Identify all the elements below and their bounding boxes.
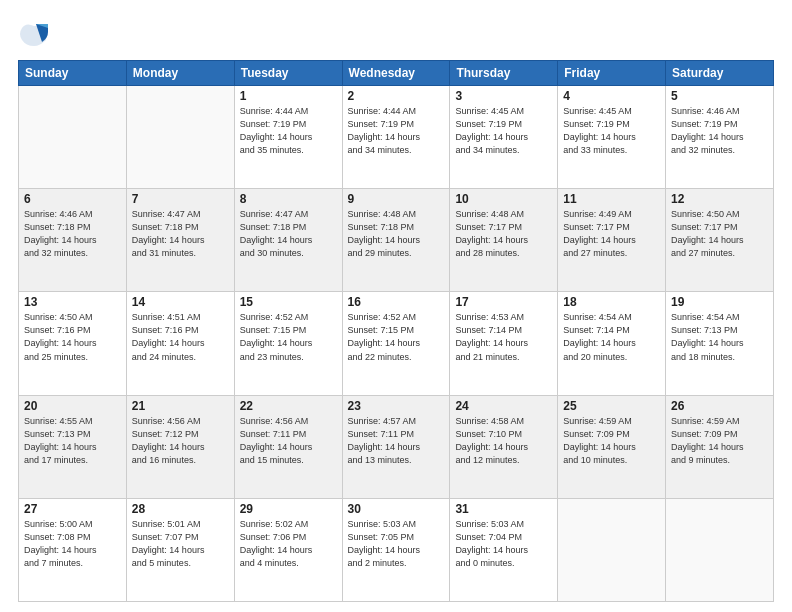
day-info: Sunrise: 4:44 AM Sunset: 7:19 PM Dayligh…	[348, 105, 445, 157]
calendar-week-2: 6Sunrise: 4:46 AM Sunset: 7:18 PM Daylig…	[19, 189, 774, 292]
col-tuesday: Tuesday	[234, 61, 342, 86]
day-info: Sunrise: 4:50 AM Sunset: 7:17 PM Dayligh…	[671, 208, 768, 260]
calendar-cell: 26Sunrise: 4:59 AM Sunset: 7:09 PM Dayli…	[666, 395, 774, 498]
col-wednesday: Wednesday	[342, 61, 450, 86]
logo	[18, 18, 54, 50]
day-info: Sunrise: 5:00 AM Sunset: 7:08 PM Dayligh…	[24, 518, 121, 570]
day-number: 31	[455, 502, 552, 516]
col-monday: Monday	[126, 61, 234, 86]
day-number: 7	[132, 192, 229, 206]
calendar-week-1: 1Sunrise: 4:44 AM Sunset: 7:19 PM Daylig…	[19, 86, 774, 189]
col-sunday: Sunday	[19, 61, 127, 86]
day-number: 18	[563, 295, 660, 309]
day-info: Sunrise: 5:03 AM Sunset: 7:05 PM Dayligh…	[348, 518, 445, 570]
calendar-cell	[666, 498, 774, 601]
day-info: Sunrise: 4:55 AM Sunset: 7:13 PM Dayligh…	[24, 415, 121, 467]
col-friday: Friday	[558, 61, 666, 86]
calendar-cell: 24Sunrise: 4:58 AM Sunset: 7:10 PM Dayli…	[450, 395, 558, 498]
day-info: Sunrise: 4:59 AM Sunset: 7:09 PM Dayligh…	[563, 415, 660, 467]
day-number: 12	[671, 192, 768, 206]
day-info: Sunrise: 4:54 AM Sunset: 7:14 PM Dayligh…	[563, 311, 660, 363]
calendar-header: Sunday Monday Tuesday Wednesday Thursday…	[19, 61, 774, 86]
calendar-cell: 2Sunrise: 4:44 AM Sunset: 7:19 PM Daylig…	[342, 86, 450, 189]
day-number: 4	[563, 89, 660, 103]
day-number: 24	[455, 399, 552, 413]
day-number: 3	[455, 89, 552, 103]
day-info: Sunrise: 4:47 AM Sunset: 7:18 PM Dayligh…	[132, 208, 229, 260]
header	[18, 18, 774, 50]
day-number: 29	[240, 502, 337, 516]
calendar-cell: 15Sunrise: 4:52 AM Sunset: 7:15 PM Dayli…	[234, 292, 342, 395]
day-info: Sunrise: 5:01 AM Sunset: 7:07 PM Dayligh…	[132, 518, 229, 570]
day-info: Sunrise: 4:51 AM Sunset: 7:16 PM Dayligh…	[132, 311, 229, 363]
day-number: 21	[132, 399, 229, 413]
day-info: Sunrise: 4:57 AM Sunset: 7:11 PM Dayligh…	[348, 415, 445, 467]
day-info: Sunrise: 4:59 AM Sunset: 7:09 PM Dayligh…	[671, 415, 768, 467]
calendar-cell: 27Sunrise: 5:00 AM Sunset: 7:08 PM Dayli…	[19, 498, 127, 601]
day-number: 14	[132, 295, 229, 309]
header-row: Sunday Monday Tuesday Wednesday Thursday…	[19, 61, 774, 86]
day-number: 9	[348, 192, 445, 206]
day-info: Sunrise: 4:49 AM Sunset: 7:17 PM Dayligh…	[563, 208, 660, 260]
day-info: Sunrise: 4:56 AM Sunset: 7:11 PM Dayligh…	[240, 415, 337, 467]
day-info: Sunrise: 4:48 AM Sunset: 7:17 PM Dayligh…	[455, 208, 552, 260]
calendar-cell: 13Sunrise: 4:50 AM Sunset: 7:16 PM Dayli…	[19, 292, 127, 395]
day-number: 5	[671, 89, 768, 103]
day-info: Sunrise: 4:47 AM Sunset: 7:18 PM Dayligh…	[240, 208, 337, 260]
calendar-cell: 4Sunrise: 4:45 AM Sunset: 7:19 PM Daylig…	[558, 86, 666, 189]
calendar-week-3: 13Sunrise: 4:50 AM Sunset: 7:16 PM Dayli…	[19, 292, 774, 395]
calendar-cell: 18Sunrise: 4:54 AM Sunset: 7:14 PM Dayli…	[558, 292, 666, 395]
calendar-cell: 10Sunrise: 4:48 AM Sunset: 7:17 PM Dayli…	[450, 189, 558, 292]
day-number: 22	[240, 399, 337, 413]
calendar-body: 1Sunrise: 4:44 AM Sunset: 7:19 PM Daylig…	[19, 86, 774, 602]
calendar-cell: 23Sunrise: 4:57 AM Sunset: 7:11 PM Dayli…	[342, 395, 450, 498]
day-info: Sunrise: 4:58 AM Sunset: 7:10 PM Dayligh…	[455, 415, 552, 467]
day-info: Sunrise: 5:03 AM Sunset: 7:04 PM Dayligh…	[455, 518, 552, 570]
day-info: Sunrise: 4:52 AM Sunset: 7:15 PM Dayligh…	[240, 311, 337, 363]
day-info: Sunrise: 5:02 AM Sunset: 7:06 PM Dayligh…	[240, 518, 337, 570]
calendar-cell: 28Sunrise: 5:01 AM Sunset: 7:07 PM Dayli…	[126, 498, 234, 601]
day-info: Sunrise: 4:56 AM Sunset: 7:12 PM Dayligh…	[132, 415, 229, 467]
day-info: Sunrise: 4:52 AM Sunset: 7:15 PM Dayligh…	[348, 311, 445, 363]
day-info: Sunrise: 4:45 AM Sunset: 7:19 PM Dayligh…	[455, 105, 552, 157]
calendar-cell: 7Sunrise: 4:47 AM Sunset: 7:18 PM Daylig…	[126, 189, 234, 292]
day-info: Sunrise: 4:46 AM Sunset: 7:19 PM Dayligh…	[671, 105, 768, 157]
calendar-cell	[126, 86, 234, 189]
col-saturday: Saturday	[666, 61, 774, 86]
calendar-cell: 21Sunrise: 4:56 AM Sunset: 7:12 PM Dayli…	[126, 395, 234, 498]
day-number: 30	[348, 502, 445, 516]
day-info: Sunrise: 4:46 AM Sunset: 7:18 PM Dayligh…	[24, 208, 121, 260]
day-number: 27	[24, 502, 121, 516]
calendar-week-4: 20Sunrise: 4:55 AM Sunset: 7:13 PM Dayli…	[19, 395, 774, 498]
calendar-cell: 20Sunrise: 4:55 AM Sunset: 7:13 PM Dayli…	[19, 395, 127, 498]
calendar-cell: 14Sunrise: 4:51 AM Sunset: 7:16 PM Dayli…	[126, 292, 234, 395]
calendar-cell: 1Sunrise: 4:44 AM Sunset: 7:19 PM Daylig…	[234, 86, 342, 189]
calendar-cell: 6Sunrise: 4:46 AM Sunset: 7:18 PM Daylig…	[19, 189, 127, 292]
calendar-week-5: 27Sunrise: 5:00 AM Sunset: 7:08 PM Dayli…	[19, 498, 774, 601]
day-number: 1	[240, 89, 337, 103]
calendar-cell	[558, 498, 666, 601]
calendar-cell: 11Sunrise: 4:49 AM Sunset: 7:17 PM Dayli…	[558, 189, 666, 292]
calendar-cell: 17Sunrise: 4:53 AM Sunset: 7:14 PM Dayli…	[450, 292, 558, 395]
day-number: 8	[240, 192, 337, 206]
day-info: Sunrise: 4:44 AM Sunset: 7:19 PM Dayligh…	[240, 105, 337, 157]
day-info: Sunrise: 4:54 AM Sunset: 7:13 PM Dayligh…	[671, 311, 768, 363]
day-info: Sunrise: 4:53 AM Sunset: 7:14 PM Dayligh…	[455, 311, 552, 363]
calendar-cell: 5Sunrise: 4:46 AM Sunset: 7:19 PM Daylig…	[666, 86, 774, 189]
col-thursday: Thursday	[450, 61, 558, 86]
day-number: 10	[455, 192, 552, 206]
day-number: 28	[132, 502, 229, 516]
calendar-cell: 25Sunrise: 4:59 AM Sunset: 7:09 PM Dayli…	[558, 395, 666, 498]
day-number: 16	[348, 295, 445, 309]
calendar-cell	[19, 86, 127, 189]
day-number: 23	[348, 399, 445, 413]
day-number: 6	[24, 192, 121, 206]
calendar-cell: 12Sunrise: 4:50 AM Sunset: 7:17 PM Dayli…	[666, 189, 774, 292]
calendar-cell: 29Sunrise: 5:02 AM Sunset: 7:06 PM Dayli…	[234, 498, 342, 601]
calendar-cell: 3Sunrise: 4:45 AM Sunset: 7:19 PM Daylig…	[450, 86, 558, 189]
day-number: 13	[24, 295, 121, 309]
day-number: 19	[671, 295, 768, 309]
calendar-cell: 16Sunrise: 4:52 AM Sunset: 7:15 PM Dayli…	[342, 292, 450, 395]
day-info: Sunrise: 4:50 AM Sunset: 7:16 PM Dayligh…	[24, 311, 121, 363]
day-info: Sunrise: 4:48 AM Sunset: 7:18 PM Dayligh…	[348, 208, 445, 260]
